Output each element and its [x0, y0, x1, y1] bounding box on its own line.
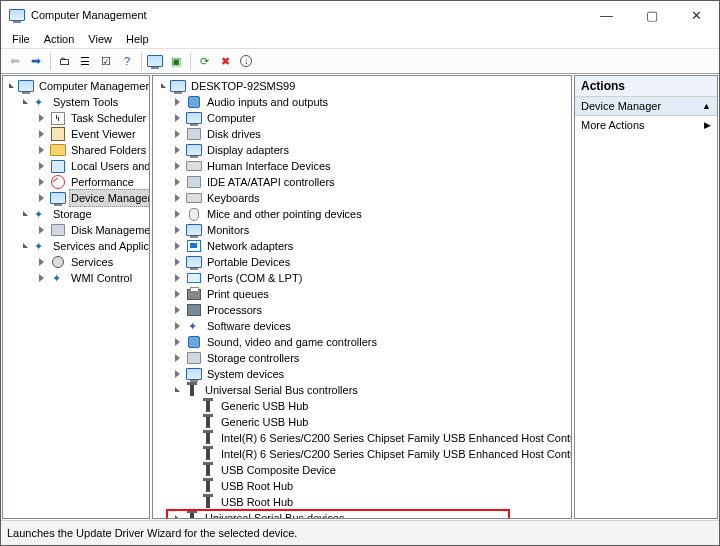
show-hide-tree-button[interactable]: ☰	[75, 51, 95, 71]
expand-icon[interactable]	[35, 272, 48, 285]
tree-node[interactable]: USB Root Hub	[155, 478, 569, 494]
maximize-button[interactable]: ▢	[629, 1, 674, 29]
scan-hardware-button[interactable]: ▣	[166, 51, 186, 71]
tree-node[interactable]: Universal Serial Bus devices	[155, 510, 569, 519]
disable-icon[interactable]: ↓	[236, 51, 256, 71]
expand-icon[interactable]	[171, 513, 182, 520]
tree-node[interactable]: Shared Folders	[3, 142, 149, 158]
expand-icon[interactable]	[19, 97, 30, 108]
tree-node[interactable]: Network adapters	[155, 238, 569, 254]
tree-node[interactable]: Local Users and Groups	[3, 158, 149, 174]
monitor-icon	[186, 143, 202, 157]
icon-monitor[interactable]	[145, 51, 165, 71]
expand-icon[interactable]	[171, 320, 184, 333]
properties-button[interactable]: ☑	[96, 51, 116, 71]
tree-node[interactable]: Universal Serial Bus controllers	[155, 382, 569, 398]
expand-icon[interactable]	[171, 112, 184, 125]
tree-node[interactable]: Storage controllers	[155, 350, 569, 366]
expand-icon[interactable]	[171, 224, 184, 237]
expand-icon[interactable]	[35, 160, 48, 173]
tree-node[interactable]: Computer	[155, 110, 569, 126]
expand-icon[interactable]	[171, 288, 184, 301]
expand-icon[interactable]	[171, 176, 184, 189]
menu-file[interactable]: File	[5, 32, 37, 46]
actions-sub[interactable]: Device Manager ▲	[575, 97, 717, 116]
minimize-button[interactable]: —	[584, 1, 629, 29]
expand-icon[interactable]	[171, 144, 184, 157]
expand-icon[interactable]	[171, 160, 184, 173]
expand-icon[interactable]	[171, 96, 184, 109]
usb-icon	[200, 399, 216, 413]
expand-icon[interactable]	[171, 240, 184, 253]
tree-node[interactable]: USB Root Hub	[155, 494, 569, 510]
tree-node[interactable]: Processors	[155, 302, 569, 318]
expand-icon[interactable]	[19, 209, 30, 220]
expand-icon[interactable]	[35, 112, 48, 125]
tree-node[interactable]: Mice and other pointing devices	[155, 206, 569, 222]
expand-icon[interactable]	[35, 256, 48, 269]
tree-node[interactable]: Print queues	[155, 286, 569, 302]
tree-node[interactable]: System devices	[155, 366, 569, 382]
expand-icon[interactable]	[171, 272, 184, 285]
expand-icon[interactable]	[171, 336, 184, 349]
tree-label: Task Scheduler	[69, 110, 148, 126]
tree-node[interactable]: Generic USB Hub	[155, 398, 569, 414]
tree-node[interactable]: Generic USB Hub	[155, 414, 569, 430]
tree-node[interactable]: Device Manager	[3, 190, 149, 206]
tree-node[interactable]: Storage	[3, 206, 149, 222]
expand-icon[interactable]	[35, 224, 48, 237]
uninstall-icon[interactable]: ✖	[215, 51, 235, 71]
expand-icon[interactable]	[171, 304, 184, 317]
tree-node[interactable]: USB Composite Device	[155, 462, 569, 478]
expand-icon[interactable]	[19, 241, 30, 252]
expand-icon[interactable]	[171, 256, 184, 269]
expand-icon[interactable]	[171, 208, 184, 221]
tree-node[interactable]: Software devices	[155, 318, 569, 334]
tree-node[interactable]: IDE ATA/ATAPI controllers	[155, 174, 569, 190]
tree-node[interactable]: Disk Management	[3, 222, 149, 238]
tree-node[interactable]: DESKTOP-92SMS99	[155, 78, 569, 94]
tree-node[interactable]: Performance	[3, 174, 149, 190]
tree-node[interactable]: Portable Devices	[155, 254, 569, 270]
tree-node[interactable]: Sound, video and game controllers	[155, 334, 569, 350]
expand-icon[interactable]	[171, 352, 184, 365]
expand-icon[interactable]	[171, 128, 184, 141]
expand-icon[interactable]	[35, 144, 48, 157]
expand-icon[interactable]	[171, 368, 184, 381]
tree-node[interactable]: System Tools	[3, 94, 149, 110]
up-button[interactable]: 🗀	[54, 51, 74, 71]
expand-icon[interactable]	[35, 192, 48, 205]
tree-node[interactable]: Display adapters	[155, 142, 569, 158]
tree-node[interactable]: Services and Applications	[3, 238, 149, 254]
tree-node[interactable]: Computer Management (Local)	[3, 78, 149, 94]
tree-node[interactable]: Human Interface Devices	[155, 158, 569, 174]
tree-node[interactable]: Intel(R) 6 Series/C200 Series Chipset Fa…	[155, 430, 569, 446]
tree-node[interactable]: Task Scheduler	[3, 110, 149, 126]
tree-node[interactable]: Intel(R) 6 Series/C200 Series Chipset Fa…	[155, 446, 569, 462]
menu-view[interactable]: View	[81, 32, 119, 46]
tree-node[interactable]: Keyboards	[155, 190, 569, 206]
tree-node[interactable]: Audio inputs and outputs	[155, 94, 569, 110]
titlebar[interactable]: Computer Management — ▢ ✕	[1, 1, 719, 29]
expand-icon[interactable]	[171, 385, 182, 396]
forward-button[interactable]: ➡	[26, 51, 46, 71]
tree-node[interactable]: Disk drives	[155, 126, 569, 142]
tree-node[interactable]: WMI Control	[3, 270, 149, 286]
expand-icon[interactable]	[35, 128, 48, 141]
actions-more[interactable]: More Actions ▶	[575, 116, 717, 134]
expand-icon[interactable]	[35, 176, 48, 189]
tree-node[interactable]: Services	[3, 254, 149, 270]
update-driver-icon[interactable]: ⟳	[194, 51, 214, 71]
expand-icon[interactable]	[157, 81, 168, 92]
expand-icon[interactable]	[5, 81, 16, 92]
tree-label: Print queues	[205, 286, 271, 302]
menu-help[interactable]: Help	[119, 32, 156, 46]
tree-node[interactable]: Ports (COM & LPT)	[155, 270, 569, 286]
tree-node[interactable]: Event Viewer	[3, 126, 149, 142]
back-button[interactable]: ⬅	[5, 51, 25, 71]
close-button[interactable]: ✕	[674, 1, 719, 29]
help-button[interactable]: ?	[117, 51, 137, 71]
expand-icon[interactable]	[171, 192, 184, 205]
menu-action[interactable]: Action	[37, 32, 82, 46]
tree-node[interactable]: Monitors	[155, 222, 569, 238]
